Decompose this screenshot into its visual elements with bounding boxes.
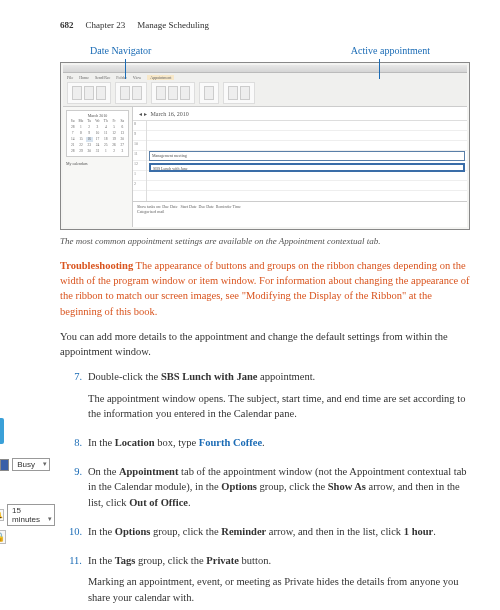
callout-row: Date Navigator Active appointment — [90, 45, 430, 56]
reminder-field: 15 minutes — [7, 504, 55, 526]
callout-line — [379, 59, 380, 79]
page-number: 682 — [60, 20, 74, 30]
sidebar-accent — [0, 418, 4, 444]
chapter-label: Chapter 23 — [86, 20, 126, 30]
ss-cal-month: March 2010 — [69, 113, 126, 118]
ss-appointment-active: SBS Lunch with Jane — [149, 163, 465, 172]
page-header: 682 Chapter 23 Manage Scheduling — [60, 20, 470, 30]
step-9: 9. On the Appointment tab of the appoint… — [60, 464, 470, 516]
ss-events: Management meeting SBS Lunch with Jane — [147, 121, 467, 201]
bell-icon: 🔔 — [0, 509, 4, 521]
step-list: 7. Double-click the SBS Lunch with Jane … — [60, 369, 470, 610]
step-7: 7. Double-click the SBS Lunch with Jane … — [60, 369, 470, 427]
ss-cal-grid: SuMoTuWeThFrSa 28123456 78910111213 1415… — [69, 119, 126, 154]
intro-paragraph: You can add more details to the appointm… — [60, 329, 470, 359]
lock-icon: 🔒 — [0, 530, 6, 544]
step-10: 10. In the Options group, click the Remi… — [60, 524, 470, 545]
screenshot-caption: The most common appointment settings are… — [60, 236, 470, 246]
busy-swatch — [0, 459, 9, 471]
screenshot-outlook: FileHomeSend/RecFolderViewAppointment Ma… — [60, 62, 470, 230]
callout-date-navigator: Date Navigator — [90, 45, 151, 56]
ss-hours: 8910111212 — [133, 121, 147, 201]
step-11: 11. In the Tags group, click the Private… — [60, 553, 470, 610]
troubleshoot-lead: Troubleshooting — [60, 260, 133, 271]
margin-reminder: 🔔 15 minutes 🔒 — [0, 504, 42, 544]
ss-date-navigator: March 2010 SuMoTuWeThFrSa 28123456 78910… — [63, 107, 133, 227]
ss-ribbon: FileHomeSend/RecFolderViewAppointment — [63, 73, 467, 107]
ss-appointment: Management meeting — [149, 151, 465, 161]
ss-my-calendars: My calendars — [66, 161, 129, 166]
callout-active-appointment: Active appointment — [351, 45, 430, 56]
chapter-title: Manage Scheduling — [137, 20, 209, 30]
step-8: 8. In the Location box, type Fourth Coff… — [60, 435, 470, 456]
callout-line — [125, 59, 126, 79]
busy-field: Busy — [12, 458, 50, 471]
ss-date-header: ◂ ▸March 16, 2010 — [133, 107, 467, 121]
ss-tasks: Show tasks on: Due Date Start Date Due D… — [133, 201, 467, 227]
margin-busy: Busy — [0, 458, 50, 471]
troubleshooting-note: Troubleshooting The appearance of button… — [60, 258, 470, 319]
ss-tabs: FileHomeSend/RecFolderViewAppointment — [67, 75, 463, 80]
ss-titlebar — [63, 65, 467, 73]
